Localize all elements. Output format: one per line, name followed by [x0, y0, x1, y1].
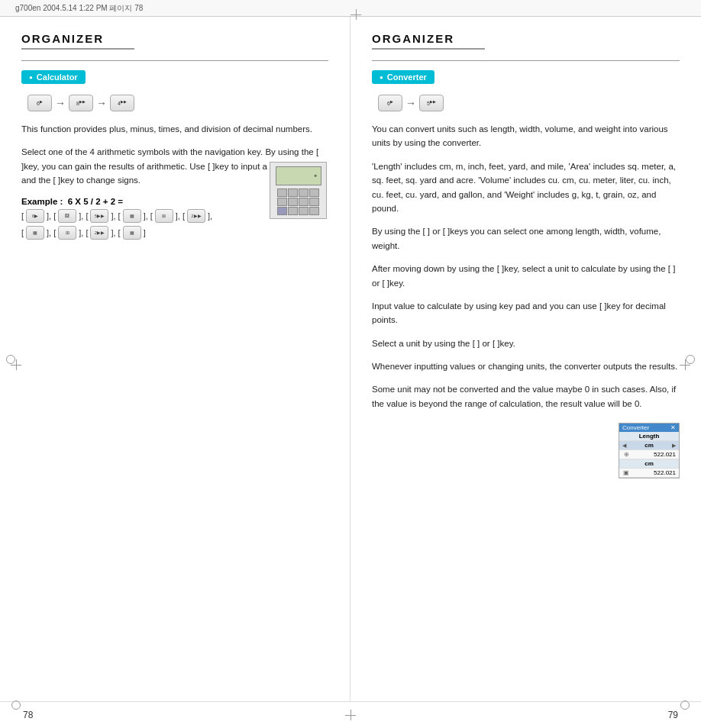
calc-btn-9 — [277, 207, 287, 215]
calc-example-row2: [ ▦ ], [ ⊞ ], [ 2▶▶ ], [ ▦ ] — [21, 226, 328, 240]
circle-bottom-left — [11, 701, 21, 710]
converter-screen-header: Converter ✕ — [619, 424, 679, 432]
page-wrapper: g700en 2004.5.14 1:22 PM 페이지 78 ORGANIZE… — [0, 0, 701, 728]
conv-arrow-1: → — [405, 97, 416, 109]
left-organizer-title: ORGANIZER — [21, 32, 134, 50]
converter-unit-label: cm — [622, 460, 676, 467]
page-number-right: 79 — [668, 710, 678, 720]
crosshair-bottom — [345, 710, 356, 720]
conv-body6: Select a unit by using the [ ] or [ ]key… — [372, 337, 680, 350]
converter-title: Converter — [622, 424, 649, 431]
calc-btn-6 — [288, 198, 298, 206]
converter-row-result: ▣ 522.021 — [619, 469, 679, 478]
ex-key-2: 🖼 — [58, 209, 76, 223]
calc-btn-4 — [309, 188, 319, 197]
key-icon-3: 4▶▶ — [110, 95, 134, 111]
converter-close: ✕ — [670, 424, 676, 431]
converter-section-label: Converter — [372, 70, 434, 84]
conv-right-arrow: ▶ — [672, 443, 676, 449]
calculator-image: + — [270, 162, 327, 219]
calc-body1: This function provides plus, minus, time… — [21, 122, 328, 136]
converter-input-value: 522.021 — [630, 451, 676, 458]
calc-btn-3 — [299, 188, 309, 197]
converter-row-length: Length — [619, 432, 679, 441]
converter-screen: Converter ✕ Length ◀ cm ▶ ⊕ 522.021 — [619, 423, 680, 478]
calc-btn-1 — [277, 188, 287, 197]
left-divider — [21, 60, 328, 61]
conv-key-icon-2: 5▶▶ — [419, 95, 444, 111]
circle-right — [686, 355, 695, 364]
page-footer: 78 79 — [0, 701, 701, 728]
right-column: ORGANIZER Converter 6▶ → 5▶▶ You can con… — [350, 17, 701, 701]
converter-result-value: 522.021 — [630, 469, 676, 476]
calc-btn-8 — [309, 198, 319, 206]
right-divider — [372, 60, 680, 61]
columns-container: ORGANIZER Calculator 6▶ → 8▶▶ → 4▶▶ — [0, 17, 701, 701]
ex-key-7: ▦ — [26, 226, 44, 240]
left-column: ORGANIZER Calculator 6▶ → 8▶▶ → 4▶▶ — [0, 17, 350, 701]
calc-btn-7 — [299, 198, 309, 206]
conv-body5: Input value to calculate by using key pa… — [372, 299, 680, 327]
conv-body7: Whenever inputting values or changing un… — [372, 359, 680, 373]
ex-key-5: ⊞ — [155, 209, 173, 223]
right-organizer-title: ORGANIZER — [372, 32, 485, 50]
conv-body2: 'Length' includes cm, m, inch, feet, yar… — [372, 159, 680, 216]
conv-body4: After moving down by using the [ ]key, s… — [372, 262, 680, 290]
arrow-1: → — [55, 97, 66, 109]
ex-key-6: 2▶▶ — [187, 209, 205, 223]
calc-btn-12 — [309, 207, 319, 215]
ex-key-10: ▦ — [123, 226, 141, 240]
key-icon-1: 6▶ — [27, 95, 52, 111]
circle-bottom-right — [680, 701, 690, 710]
conv-body1: You can convert units such as length, wi… — [372, 122, 680, 150]
calc-btn-5 — [277, 198, 287, 206]
conv-body8: Some unit may not be converted and the v… — [372, 382, 680, 411]
converter-row-cm: ◀ cm ▶ — [619, 441, 679, 450]
ex-key-3: 5▶▶ — [90, 209, 108, 223]
calc-btn-11 — [299, 207, 309, 215]
calculator-section-label: Calculator — [21, 70, 86, 84]
calc-screen: + — [276, 166, 321, 185]
calc-btn-2 — [288, 188, 298, 197]
converter-result-icon: ▣ — [622, 469, 630, 476]
ex-key-1: 6▶ — [26, 209, 44, 223]
conv-key-icon-1: 6▶ — [378, 95, 402, 111]
arrow-2: → — [96, 97, 107, 109]
header-text: g700en 2004.5.14 1:22 PM 페이지 78 — [15, 3, 143, 14]
converter-length-label: Length — [622, 433, 676, 440]
ex-key-8: ⊞ — [58, 226, 76, 240]
ex-key-9: 2▶▶ — [90, 226, 108, 240]
converter-cm-label: cm — [626, 442, 672, 449]
circle-left — [6, 355, 15, 364]
calculator-key-icons: 6▶ → 8▶▶ → 4▶▶ — [27, 95, 328, 111]
calc-buttons — [277, 188, 319, 215]
key-icon-2: 8▶▶ — [69, 95, 93, 111]
converter-key-icons: 6▶ → 5▶▶ — [378, 95, 680, 111]
converter-plus-icon: ⊕ — [622, 451, 630, 458]
ex-key-4: ▦ — [123, 209, 141, 223]
converter-row-unit: cm — [619, 459, 679, 469]
conv-body3: By using the [ ] or [ ]keys you can sele… — [372, 224, 680, 253]
calc-btn-10 — [288, 207, 298, 215]
page-number-left: 78 — [23, 710, 33, 720]
converter-row-input: ⊕ 522.021 — [619, 450, 679, 459]
bracket-open: [ — [21, 211, 24, 221]
